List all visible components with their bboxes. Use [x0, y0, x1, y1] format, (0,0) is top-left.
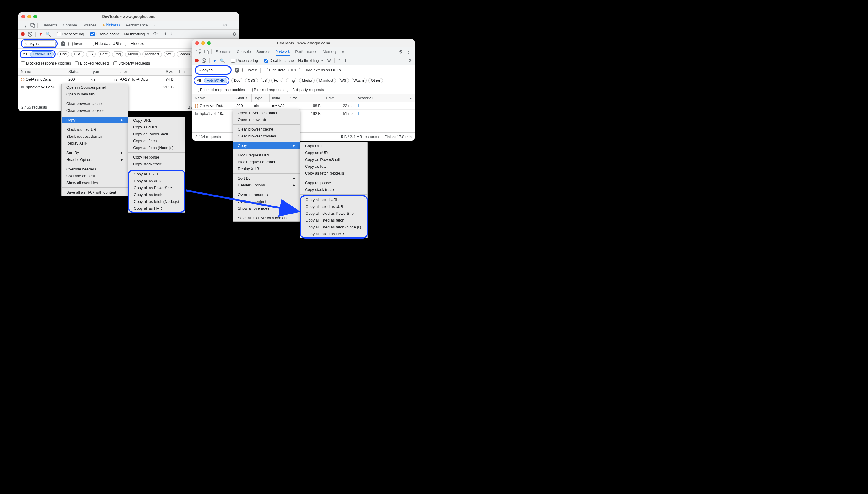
chip-ws[interactable]: WS: [164, 52, 175, 57]
settings-icon[interactable]: ⚙: [398, 50, 403, 54]
ctx-block-domain[interactable]: Block request domain: [61, 133, 128, 140]
copy-submenu-left[interactable]: Copy URL Copy as cURL Copy as PowerShell…: [128, 117, 185, 213]
tab-performance[interactable]: Performance: [126, 21, 148, 29]
settings-icon[interactable]: ⚙: [222, 23, 227, 28]
ctx-copy-all-listed-fetch[interactable]: Copy all listed as fetch: [301, 217, 367, 224]
more-tabs-icon[interactable]: »: [342, 50, 344, 54]
ctx-copy-stack[interactable]: Copy stack trace: [129, 160, 185, 168]
hide-data-checkbox[interactable]: Hide data URLs: [264, 68, 296, 72]
throttling-select[interactable]: No throttling▼: [298, 58, 324, 63]
chip-js[interactable]: JS: [86, 52, 96, 57]
ctx-open-sources[interactable]: Open in Sources panel: [233, 110, 300, 116]
clear-icon[interactable]: [28, 32, 33, 37]
traffic-lights[interactable]: [21, 15, 37, 18]
ctx-clear-cache[interactable]: Clear browser cache: [61, 100, 128, 107]
ctx-copy-response[interactable]: Copy response: [129, 154, 185, 160]
close-icon[interactable]: [195, 41, 199, 45]
ctx-sort[interactable]: Sort By▶: [61, 149, 128, 156]
chip-fetch-xhr[interactable]: Fetch/XHR: [204, 78, 228, 83]
chip-js[interactable]: JS: [260, 78, 270, 83]
ctx-copy-stack[interactable]: Copy stack trace: [300, 186, 368, 193]
minimize-icon[interactable]: [201, 41, 205, 45]
ctx-clear-cache[interactable]: Clear browser cache: [233, 126, 300, 133]
context-menu-left[interactable]: Open in Sources panel Open in new tab Cl…: [61, 83, 128, 196]
ctx-save-har[interactable]: Save all as HAR with content: [233, 214, 300, 221]
more-tabs-icon[interactable]: »: [153, 23, 156, 28]
chip-fetch-xhr[interactable]: Fetch/XHR: [30, 52, 54, 57]
ctx-override-headers[interactable]: Override headers: [61, 166, 128, 172]
preserve-log-checkbox[interactable]: Preserve log: [231, 58, 258, 63]
filter-input[interactable]: [202, 68, 228, 72]
chip-doc[interactable]: Doc: [231, 78, 243, 83]
ctx-open-tab[interactable]: Open in new tab: [61, 91, 128, 98]
ctx-copy-url[interactable]: Copy URL: [129, 117, 185, 124]
filter-input-box[interactable]: ▽: [197, 67, 230, 73]
tab-console[interactable]: Console: [237, 48, 251, 55]
ctx-clear-cookies[interactable]: Clear browser cookies: [61, 107, 128, 114]
preserve-log-checkbox[interactable]: Preserve log: [57, 32, 84, 36]
tab-memory[interactable]: Memory: [323, 48, 337, 55]
ctx-save-har[interactable]: Save all as HAR with content: [61, 189, 128, 196]
chip-other[interactable]: Other: [368, 78, 383, 83]
clear-icon[interactable]: [201, 58, 206, 63]
ctx-copy[interactable]: Copy▶: [233, 142, 300, 149]
hide-ext-checkbox[interactable]: Hide ext: [125, 41, 145, 46]
ctx-copy-ps[interactable]: Copy as PowerShell: [300, 156, 368, 163]
col-name[interactable]: Name: [18, 68, 66, 75]
ctx-copy-all-ps[interactable]: Copy all as PowerShell: [129, 184, 184, 191]
chip-wasm[interactable]: Wasm: [177, 52, 193, 57]
chip-media[interactable]: Media: [299, 78, 315, 83]
clear-filter-icon[interactable]: ✕: [235, 68, 239, 73]
upload-icon[interactable]: ↥: [164, 32, 167, 36]
search-icon[interactable]: 🔍: [46, 32, 51, 37]
col-initiator[interactable]: Initiator: [112, 68, 152, 75]
filter-input[interactable]: [28, 41, 54, 46]
ctx-copy-fetch[interactable]: Copy as fetch: [129, 137, 185, 144]
chip-manifest[interactable]: Manifest: [142, 52, 162, 57]
table-row[interactable]: 🗎hpba?vet=10a.. 192 B 51 ms: [192, 110, 415, 117]
close-icon[interactable]: [21, 15, 25, 18]
chip-manifest[interactable]: Manifest: [316, 78, 336, 83]
chip-img[interactable]: Img: [286, 78, 298, 83]
chip-wasm[interactable]: Wasm: [351, 78, 367, 83]
ctx-copy-all-listed-urls[interactable]: Copy all listed URLs: [301, 196, 367, 203]
ctx-clear-cookies[interactable]: Clear browser cookies: [233, 133, 300, 139]
device-icon[interactable]: [30, 23, 35, 28]
wifi-icon[interactable]: [327, 58, 332, 63]
blocked-cookies-checkbox[interactable]: Blocked response cookies: [21, 61, 71, 65]
blocked-requests-checkbox[interactable]: Blocked requests: [249, 88, 283, 92]
inspect-icon[interactable]: [197, 50, 201, 54]
minimize-icon[interactable]: [27, 15, 31, 18]
third-party-checkbox[interactable]: 3rd-party requests: [113, 61, 150, 65]
ctx-copy[interactable]: Copy▶: [61, 117, 128, 124]
invert-checkbox[interactable]: Invert: [68, 41, 83, 46]
copy-submenu-right[interactable]: Copy URL Copy as cURL Copy as PowerShell…: [300, 142, 368, 238]
chip-all[interactable]: All: [196, 78, 202, 83]
ctx-copy-curl[interactable]: Copy as cURL: [129, 124, 185, 131]
ctx-replay[interactable]: Replay XHR: [61, 140, 128, 147]
ctx-copy-all-har[interactable]: Copy all as HAR: [129, 205, 184, 212]
download-icon[interactable]: ⤓: [170, 32, 173, 36]
ctx-copy-all-listed-har[interactable]: Copy all listed as HAR: [301, 230, 367, 238]
tab-network[interactable]: Network: [276, 48, 290, 56]
download-icon[interactable]: ⤓: [344, 58, 347, 63]
ctx-copy-fetch-node[interactable]: Copy as fetch (Node.js): [129, 144, 185, 151]
ctx-copy-all-curl[interactable]: Copy all as cURL: [129, 177, 184, 184]
ctx-show-overrides[interactable]: Show all overrides: [233, 205, 300, 212]
ctx-block-url[interactable]: Block request URL: [233, 152, 300, 158]
ctx-copy-all-listed-curl[interactable]: Copy all listed as cURL: [301, 203, 367, 210]
blocked-cookies-checkbox[interactable]: Blocked response cookies: [195, 88, 245, 92]
tab-network[interactable]: ▲Network: [102, 21, 121, 29]
ctx-copy-fetch-node[interactable]: Copy as fetch (Node.js): [300, 170, 368, 177]
ctx-copy-ps[interactable]: Copy as PowerShell: [129, 131, 185, 137]
col-type[interactable]: Type: [88, 68, 112, 75]
blocked-requests-checkbox[interactable]: Blocked requests: [75, 61, 110, 65]
col-size[interactable]: Size: [152, 68, 176, 75]
record-icon[interactable]: [195, 59, 199, 62]
chip-font[interactable]: Font: [98, 52, 110, 57]
ctx-block-url[interactable]: Block request URL: [61, 126, 128, 133]
ctx-copy-url[interactable]: Copy URL: [300, 142, 368, 149]
upload-icon[interactable]: ↥: [338, 58, 341, 63]
ctx-open-tab[interactable]: Open in new tab: [233, 116, 300, 123]
hide-ext-checkbox[interactable]: Hide extension URLs: [299, 68, 341, 72]
